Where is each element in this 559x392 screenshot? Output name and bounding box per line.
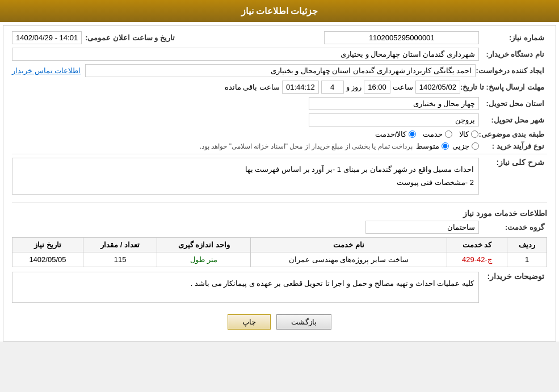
description-line1: احداث مسیل واقع در شهر گندمان بر مبنای 1… <box>17 163 474 176</box>
cell-date: 1402/05/05 <box>12 252 83 267</box>
col-code: کد خدمت <box>447 237 507 252</box>
creator-value: احمد یگانگی کاربرداز شهرداری گندمان استا… <box>85 64 476 77</box>
cell-qty: 115 <box>83 252 157 267</box>
need-number-value: 1102005295000001 <box>324 31 479 44</box>
services-table: ردیف کد خدمت نام خدمت واحد اندازه گیری ت… <box>12 237 547 267</box>
radio-khadamat[interactable]: خدمت <box>423 130 452 138</box>
cell-row: 1 <box>507 252 547 267</box>
remaining-label: ساعت باقی مانده <box>225 83 280 91</box>
org-name-value: شهرداری گندمان استان چهارمحال و بختیاری <box>12 48 479 61</box>
radio-motavasset[interactable]: متوسط <box>416 142 449 150</box>
back-button[interactable]: بازگشت <box>276 314 331 330</box>
action-buttons: بازگشت چاپ <box>12 314 547 330</box>
cell-code: ج-42-429 <box>447 252 507 267</box>
buyer-notes-box: کلیه عملیات احداث و تهیه مصالح و حمل و ا… <box>12 272 479 303</box>
radio-jozii-input[interactable] <box>472 142 479 150</box>
announce-label: تاریخ و ساعت اعلان عمومی: <box>85 33 178 42</box>
process-note: پرداخت تمام یا بخشی از مبلغ خریدار از مح… <box>200 142 413 150</box>
org-name-label: نام دستگاه خریدار: <box>479 50 547 58</box>
category-radio-group: کالا خدمت کالا/خدمت <box>375 130 479 138</box>
cell-unit: متر طول <box>157 252 251 267</box>
col-name: نام خدمت <box>250 237 447 252</box>
description-line2: 2 -مشخصات فنی پیوست <box>17 176 474 189</box>
col-date: تاریخ نیاز <box>12 237 83 252</box>
category-label: طبقه بندی موضوعی: <box>478 130 547 138</box>
city-label: شهر محل تحویل: <box>479 116 547 124</box>
services-section-title: اطلاعات خدمات مورد نیاز <box>12 209 547 218</box>
process-type-group: جزیی متوسط پرداخت تمام یا بخشی از مبلغ خ… <box>200 142 479 150</box>
province-value: چهار محال و بختیاری <box>309 97 479 110</box>
radio-khadamat-label: خدمت <box>423 130 443 138</box>
page-header: جزئیات اطلاعات نیاز <box>0 0 559 22</box>
announce-value: 1402/04/29 - 14:01 <box>12 31 82 44</box>
radio-jozii-label: جزیی <box>452 142 469 150</box>
need-number-label: شماره نیاز: <box>479 33 547 42</box>
province-label: استان محل تحویل: <box>479 99 547 108</box>
service-group-label: گروه خدمت: <box>479 223 547 231</box>
col-unit: واحد اندازه گیری <box>157 237 251 252</box>
radio-motavasset-input[interactable] <box>442 142 449 150</box>
radio-kala-input[interactable] <box>471 130 478 138</box>
deadline-date: 1402/05/02 <box>415 81 460 94</box>
page-title: جزئیات اطلاعات نیاز <box>241 6 318 16</box>
creator-label: ایجاد کننده درخواست: <box>476 66 547 75</box>
radio-motavasset-label: متوسط <box>416 142 439 150</box>
table-row: 1 ج-42-429 ساخت سایر پروژه‌های مهندسی عم… <box>12 252 547 267</box>
city-value: بروجن <box>309 113 479 127</box>
remaining-value: 01:44:12 <box>282 81 319 94</box>
radio-kala[interactable]: کالا <box>459 130 478 138</box>
radio-kala-khadamat-input[interactable] <box>409 130 416 138</box>
radio-khadamat-input[interactable] <box>445 130 452 138</box>
radio-jozii[interactable]: جزیی <box>452 142 479 150</box>
deadline-time: 16:00 <box>364 81 390 94</box>
col-row: ردیف <box>507 237 547 252</box>
print-button[interactable]: چاپ <box>228 314 271 330</box>
description-title: شرح کلی نیاز: <box>479 158 547 167</box>
description-box: احداث مسیل واقع در شهر گندمان بر مبنای 1… <box>12 158 479 195</box>
contact-link[interactable]: اطلاعات تماس خریدار <box>12 66 81 75</box>
radio-kala-khadamat[interactable]: کالا/خدمت <box>375 130 417 138</box>
radio-kala-label: کالا <box>459 130 469 138</box>
col-qty: تعداد / مقدار <box>83 237 157 252</box>
service-group-value: ساختمان <box>365 221 479 234</box>
days-label: روز و <box>346 83 362 91</box>
process-label: نوع فرآیند خرید : <box>479 142 547 150</box>
buyer-notes-label: توضیحات خریدار: <box>479 272 547 281</box>
cell-name: ساخت سایر پروژه‌های مهندسی عمران <box>250 252 447 267</box>
deadline-label: مهلت ارسال پاسخ: تا تاریخ: <box>460 83 547 91</box>
radio-kala-khadamat-label: کالا/خدمت <box>375 130 407 138</box>
time-label: ساعت <box>393 83 413 91</box>
days-value: 4 <box>321 81 344 94</box>
